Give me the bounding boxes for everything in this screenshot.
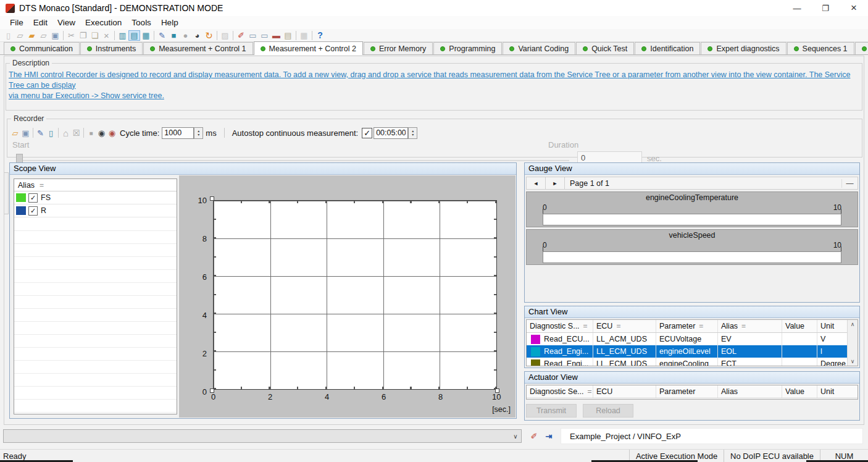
open-project-icon[interactable]: ▱ [38, 30, 49, 41]
column-ecu[interactable]: ECU= [593, 320, 656, 332]
save-icon[interactable]: ▣ [49, 30, 61, 41]
column-value[interactable]: Value [782, 320, 817, 332]
autostop-checkbox[interactable]: ✓ [362, 128, 372, 138]
workstation-icon[interactable]: ▬ [270, 30, 282, 41]
open-record-icon[interactable]: ▱ [10, 128, 20, 138]
start-slider-track[interactable] [20, 160, 569, 161]
column-unit[interactable]: Unit [817, 385, 858, 398]
reload-button[interactable]: Reload [583, 404, 633, 418]
column-alias[interactable]: Alias= [718, 320, 782, 332]
layout-columns-icon[interactable]: ▥ [117, 30, 128, 41]
remote-monitor-icon[interactable]: ▭ [259, 30, 270, 41]
tab-measurement-control-1[interactable]: Measurement + Control 1 [143, 42, 252, 54]
tab-error-memory[interactable]: Error Memory [364, 42, 433, 54]
scroll-down-icon[interactable]: ∨ [851, 358, 855, 364]
flash-marker-icon[interactable]: ✐ [235, 30, 247, 41]
chevron-down-icon[interactable]: ∨ [510, 433, 521, 440]
tab-sequences-2[interactable]: Sequences 2 [855, 42, 868, 54]
cut-icon[interactable]: ✂ [65, 30, 77, 41]
stop-small-icon[interactable]: ■ [86, 128, 96, 138]
layout-rows-icon[interactable]: ▤ [128, 30, 140, 41]
filter-icon[interactable]: = [40, 181, 44, 190]
column-value[interactable]: Value [782, 385, 817, 398]
menu-file[interactable]: File [5, 18, 28, 27]
alias-row-r[interactable]: ✓ R [14, 204, 177, 217]
tab-identification[interactable]: Identification [635, 42, 700, 54]
restore-button[interactable]: ❐ [811, 0, 840, 16]
column-alias[interactable]: Alias [718, 385, 782, 398]
plot-handle-bottom-left[interactable] [210, 388, 214, 393]
autostop-time-input[interactable] [373, 127, 408, 139]
page-next-button[interactable]: ► [546, 177, 565, 189]
open-folder-icon[interactable]: ▱ [14, 30, 26, 41]
alias-row-fs[interactable]: ✓ FS [14, 191, 177, 204]
trash-icon[interactable]: ▯ [46, 128, 56, 138]
autostop-stepper[interactable]: ▴▾ [408, 127, 417, 139]
filter-icon[interactable]: = [583, 322, 588, 330]
marker-pen-icon[interactable]: ✐ [528, 430, 540, 442]
collapse-button[interactable]: — [841, 179, 858, 188]
network-state-icon[interactable]: ◕ [191, 30, 203, 41]
tab-expert-diagnostics[interactable]: Expert diagnostics [701, 42, 786, 54]
spin-down-icon[interactable]: ▾ [198, 133, 199, 136]
tab-quick-test[interactable]: Quick Test [576, 42, 634, 54]
tab-sequences-1[interactable]: Sequences 1 [787, 42, 854, 54]
layout-grid-icon[interactable]: ▦ [140, 30, 152, 41]
menu-edit[interactable]: Edit [28, 18, 52, 27]
tab-measurement-control-2[interactable]: Measurement + Control 2 [254, 41, 363, 55]
table-row[interactable]: Read_ECU... LL_ACM_UDS ECUVoltage EV V [527, 333, 858, 345]
column-parameter[interactable]: Parameter= [656, 320, 718, 332]
copy-icon[interactable]: ❐ [77, 30, 89, 41]
screenshot-icon[interactable]: ▨ [219, 30, 231, 41]
filter-icon[interactable]: = [588, 387, 592, 396]
delete-icon[interactable]: × [101, 30, 112, 41]
transmit-button[interactable]: Transmit [526, 404, 577, 418]
tab-instruments[interactable]: Instruments [80, 42, 143, 54]
splitter-grip[interactable] [4, 172, 9, 214]
grid-view-icon[interactable]: ▦ [298, 30, 310, 41]
help-icon[interactable]: ? [314, 30, 326, 41]
signal-checkbox[interactable]: ✓ [28, 193, 38, 203]
menu-execution[interactable]: Execution [80, 18, 127, 27]
new-file-icon[interactable]: ▯ [2, 30, 14, 41]
cycle-time-input[interactable] [162, 127, 194, 139]
description-link[interactable]: The HMI control Recorder is designed to … [6, 67, 862, 101]
start-communication-icon[interactable]: ✎ [156, 30, 168, 41]
clear-list-icon[interactable]: ☒ [71, 128, 81, 138]
save-record-icon[interactable]: ▣ [20, 128, 31, 138]
edit-marker-icon[interactable]: ✎ [35, 128, 46, 138]
plot-handle-top-left[interactable] [210, 196, 214, 201]
filter-icon[interactable]: = [699, 322, 703, 330]
refresh-icon[interactable]: ↻ [203, 30, 215, 41]
column-diagnostic-service[interactable]: Diagnostic S...= [527, 320, 593, 332]
tab-variant-coding[interactable]: Variant Coding [503, 42, 575, 54]
signal-checkbox[interactable]: ✓ [28, 206, 38, 216]
stop-icon[interactable]: ■ [168, 30, 180, 41]
page-prev-button[interactable]: ◄ [527, 177, 546, 189]
plot-handle-bottom-right[interactable] [495, 388, 499, 393]
scope-plot-area[interactable] [213, 200, 497, 390]
column-diagnostic-service[interactable]: Diagnostic Se...= [527, 385, 593, 398]
scope-chart[interactable]: 10 8 6 4 2 0 0 2 4 6 8 10 [sec.] [179, 175, 515, 418]
menu-tools[interactable]: Tools [127, 18, 156, 27]
login-ecu-icon[interactable]: ⇥ [543, 430, 554, 442]
filter-icon[interactable]: = [616, 322, 620, 330]
filter-icon[interactable]: = [741, 322, 746, 330]
command-combobox-input[interactable] [4, 432, 510, 440]
minimize-button[interactable]: — [783, 0, 811, 16]
menu-view[interactable]: View [52, 18, 80, 27]
tab-programming[interactable]: Programming [433, 42, 502, 54]
column-ecu[interactable]: ECU [593, 385, 656, 398]
column-parameter[interactable]: Parameter [656, 385, 718, 398]
camera-icon[interactable]: ◉ [96, 128, 107, 138]
spin-down-icon[interactable]: ▾ [412, 133, 414, 136]
notepad-icon[interactable]: ▤ [282, 30, 294, 41]
scroll-up-icon[interactable]: ∧ [851, 321, 855, 327]
alias-header[interactable]: Alias = [14, 179, 177, 191]
table-row[interactable]: Read_Engi... LL_ECM_UDS engineCooling EC… [527, 358, 858, 366]
paste-icon[interactable]: ❏ [89, 30, 101, 41]
tab-communication[interactable]: Communication [4, 42, 80, 54]
close-button[interactable]: × [840, 0, 868, 16]
monitor-icon[interactable]: ▭ [247, 30, 259, 41]
table-row-selected[interactable]: Read_Engi... LL_ECM_UDS engineOilLevel E… [527, 345, 858, 358]
